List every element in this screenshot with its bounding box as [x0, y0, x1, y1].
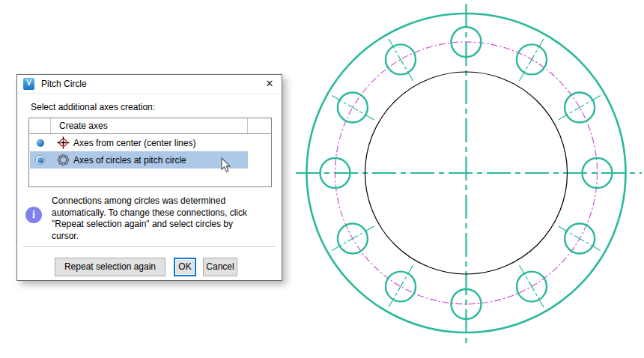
radio-axes-at-pitch-circle[interactable] — [29, 155, 51, 165]
header-create-axes[interactable]: Create axes — [51, 118, 248, 133]
info-icon: i — [25, 207, 42, 223]
pitch-circle-dialog: V Pitch Circle ✕ Select additional axes … — [16, 74, 282, 281]
radio-dot — [37, 157, 43, 163]
dialog-titlebar[interactable]: V Pitch Circle ✕ — [17, 75, 282, 94]
list-item-axes-from-center[interactable]: Axes from center (center lines) — [29, 134, 271, 151]
list-item-label: Axes of circles at pitch circle — [73, 155, 186, 166]
info-line: automatically. To change these connectio… — [52, 207, 278, 219]
radio-axes-from-center[interactable] — [29, 139, 51, 147]
info-line: cursor. — [52, 231, 278, 243]
info-message: Connections among circles was determined… — [52, 195, 278, 242]
center-cross-icon — [57, 136, 70, 149]
application-canvas: V Pitch Circle ✕ Select additional axes … — [0, 0, 644, 358]
repeat-selection-button[interactable]: Repeat selection again — [55, 258, 165, 276]
dialog-title: Pitch Circle — [41, 79, 87, 89]
pitch-circle-icon — [57, 154, 70, 166]
cancel-button[interactable]: Cancel — [203, 258, 237, 276]
header-spacer-column — [248, 118, 271, 133]
radio-ring — [35, 155, 45, 165]
list-header-row: Create axes — [29, 118, 271, 134]
varicad-logo-icon: V — [23, 78, 34, 90]
info-line: Connections among circles was determined — [52, 195, 278, 207]
info-line: "Repeat selection again" and select circ… — [52, 219, 278, 231]
mouse-cursor-icon — [221, 157, 231, 173]
close-icon[interactable]: ✕ — [262, 76, 277, 91]
header-radio-column — [29, 118, 51, 133]
button-separator — [23, 246, 276, 247]
prompt-label: Select additional axes creation: — [31, 102, 155, 112]
list-item-axes-at-pitch-circle[interactable]: Axes of circles at pitch circle — [29, 151, 271, 169]
list-item-label: Axes from center (center lines) — [73, 138, 195, 148]
axes-options-list: Create axes Axes from center (center lin… — [28, 118, 272, 187]
radio-dot — [37, 139, 44, 147]
ok-button[interactable]: OK — [174, 258, 196, 276]
